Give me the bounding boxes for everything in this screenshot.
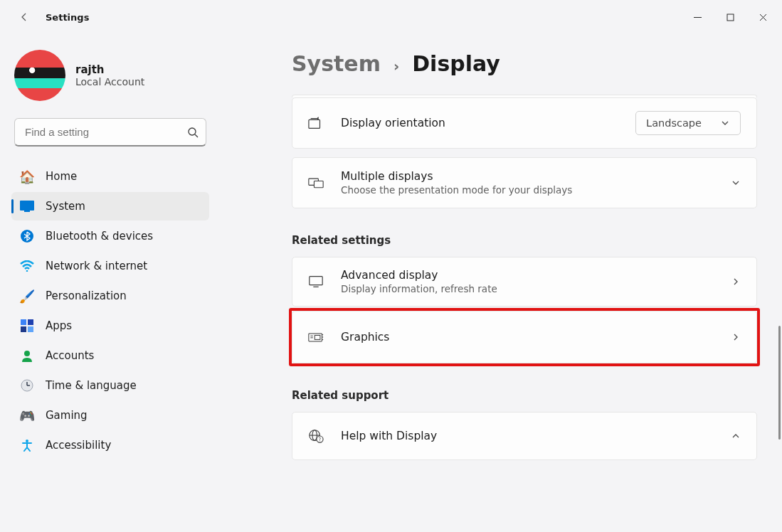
sidebar-item-label: Network & internet — [46, 260, 147, 272]
person-icon — [20, 349, 34, 363]
sidebar-item-accessibility[interactable]: Accessibility — [11, 431, 209, 459]
arrow-left-icon — [19, 11, 30, 23]
section-related-support: Related support — [292, 389, 757, 402]
row-help-with-display[interactable]: ? Help with Display — [292, 412, 757, 460]
breadcrumb: System › Display — [292, 51, 756, 76]
sidebar-item-time[interactable]: Time & language — [11, 371, 209, 400]
sidebar-item-label: Accessibility — [46, 439, 111, 452]
svg-line-5 — [195, 134, 198, 137]
svg-point-9 — [26, 270, 28, 272]
gamepad-icon: 🎮 — [20, 408, 34, 422]
svg-rect-22 — [310, 277, 322, 285]
sidebar-item-label: Bluetooth & devices — [46, 230, 153, 243]
main-content: System › Display Display orientation Lan… — [221, 34, 782, 532]
row-title: Graphics — [341, 331, 714, 344]
svg-rect-13 — [28, 326, 33, 332]
back-button[interactable] — [17, 10, 31, 24]
sidebar-item-gaming[interactable]: 🎮 Gaming — [11, 401, 209, 430]
chevron-up-icon[interactable] — [731, 431, 741, 441]
svg-rect-27 — [315, 335, 320, 339]
row-subtitle: Display information, refresh rate — [341, 283, 714, 294]
svg-rect-21 — [314, 181, 323, 187]
breadcrumb-parent[interactable]: System — [292, 51, 381, 76]
multiple-displays-icon — [308, 176, 324, 190]
svg-rect-19 — [309, 119, 320, 128]
paintbrush-icon: 🖌️ — [20, 289, 34, 303]
sidebar-item-system[interactable]: System — [11, 192, 209, 220]
chevron-right-icon — [731, 277, 741, 287]
sidebar-item-label: System — [46, 200, 85, 213]
sidebar-item-label: Home — [46, 170, 77, 183]
svg-rect-6 — [20, 201, 34, 211]
app-title: Settings — [46, 12, 89, 23]
profile-account-type: Local Account — [75, 76, 144, 87]
graphics-icon — [308, 330, 324, 344]
minimize-icon — [694, 14, 702, 21]
monitor-icon — [308, 275, 324, 289]
close-icon — [759, 14, 767, 21]
chevron-right-icon — [731, 332, 741, 342]
accessibility-icon — [20, 438, 34, 452]
orientation-icon — [308, 116, 324, 130]
nav-list: 🏠 Home System Bluetooth & devices Netw — [4, 162, 216, 459]
row-title: Display orientation — [341, 117, 618, 129]
row-graphics[interactable]: Graphics — [292, 311, 757, 363]
highlight-graphics: Graphics — [292, 311, 757, 363]
svg-rect-1 — [727, 14, 734, 21]
svg-rect-12 — [21, 326, 26, 332]
svg-text:?: ? — [319, 437, 321, 442]
svg-point-18 — [26, 440, 28, 442]
sidebar-item-label: Time & language — [46, 379, 137, 392]
sidebar-item-label: Gaming — [46, 409, 88, 422]
chevron-down-icon[interactable] — [731, 178, 741, 188]
window-controls — [681, 6, 779, 28]
sidebar-item-label: Personalization — [46, 289, 127, 302]
search-box[interactable] — [14, 118, 206, 147]
minimize-button[interactable] — [681, 6, 714, 28]
breadcrumb-current: Display — [412, 51, 500, 76]
scrollbar-thumb[interactable] — [778, 326, 781, 440]
sidebar-item-personalization[interactable]: 🖌️ Personalization — [11, 282, 209, 310]
sidebar: rajth Local Account 🏠 Home System — [0, 34, 221, 532]
sidebar-item-accounts[interactable]: Accounts — [11, 341, 209, 370]
row-display-orientation[interactable]: Display orientation Landscape — [292, 97, 757, 149]
svg-point-14 — [24, 351, 30, 356]
sidebar-item-label: Accounts — [46, 349, 94, 362]
profile-block[interactable]: rajth Local Account — [4, 43, 216, 115]
row-title: Multiple displays — [341, 170, 714, 183]
bluetooth-icon — [20, 229, 34, 243]
row-title: Help with Display — [341, 430, 714, 442]
maximize-icon — [726, 14, 734, 21]
system-icon — [20, 199, 34, 213]
sidebar-item-apps[interactable]: Apps — [11, 312, 209, 340]
row-title: Advanced display — [341, 269, 714, 282]
wifi-icon — [20, 259, 34, 273]
row-multiple-displays[interactable]: Multiple displays Choose the presentatio… — [292, 157, 757, 208]
sidebar-item-home[interactable]: 🏠 Home — [11, 162, 209, 191]
close-button[interactable] — [746, 6, 779, 28]
sidebar-item-network[interactable]: Network & internet — [11, 252, 209, 280]
orientation-dropdown[interactable]: Landscape — [635, 111, 741, 135]
maximize-button[interactable] — [714, 6, 746, 28]
home-icon: 🏠 — [20, 169, 34, 183]
sidebar-item-bluetooth[interactable]: Bluetooth & devices — [11, 222, 209, 250]
svg-rect-7 — [24, 211, 30, 212]
search-icon — [187, 127, 199, 138]
clock-icon — [20, 378, 34, 393]
sidebar-item-label: Apps — [46, 319, 72, 332]
row-advanced-display[interactable]: Advanced display Display information, re… — [292, 257, 757, 307]
svg-point-4 — [189, 128, 196, 135]
globe-help-icon: ? — [308, 428, 324, 444]
dropdown-value: Landscape — [646, 117, 702, 129]
titlebar: Settings — [0, 0, 782, 34]
chevron-down-icon — [720, 118, 730, 128]
section-related-settings: Related settings — [292, 234, 757, 247]
chevron-right-icon: › — [393, 58, 399, 75]
row-subtitle: Choose the presentation mode for your di… — [341, 184, 714, 196]
profile-name: rajth — [75, 63, 144, 76]
avatar — [14, 50, 65, 101]
svg-rect-10 — [21, 319, 26, 325]
apps-icon — [20, 319, 34, 333]
search-input[interactable] — [25, 126, 181, 138]
svg-rect-11 — [28, 319, 33, 325]
